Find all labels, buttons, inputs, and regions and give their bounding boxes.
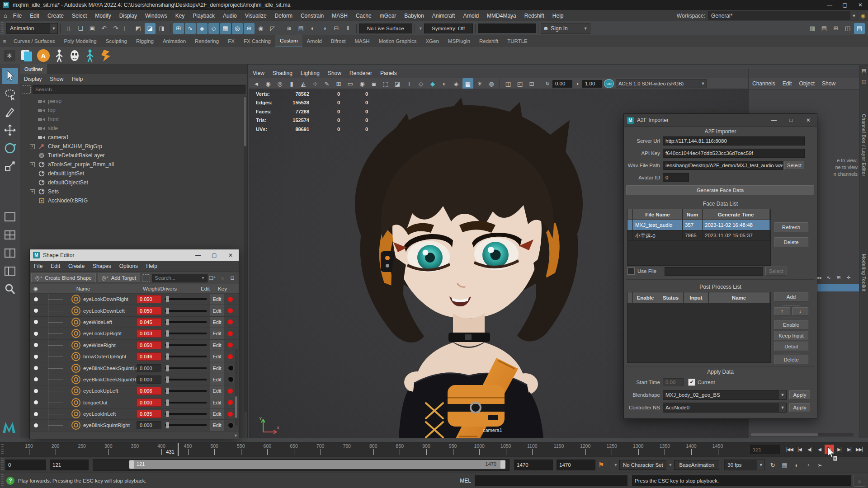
menu-constrain[interactable]: Constrain <box>297 13 328 19</box>
menu-display[interactable]: Display <box>115 13 141 19</box>
outliner-item-side[interactable]: side <box>20 124 247 133</box>
weight-value-field[interactable]: 0.046 <box>137 352 161 361</box>
viewport-menu-view[interactable]: View <box>249 70 269 76</box>
next-keyframe-button[interactable]: ▶| <box>844 445 854 454</box>
edit-toggle[interactable]: Edit <box>210 420 224 431</box>
hud-text-icon[interactable]: T <box>404 78 415 89</box>
outliner-item-accnode0-brig[interactable]: AccNode0:BRIG <box>20 196 247 205</box>
current-time-field[interactable]: 121 <box>750 445 780 454</box>
weight-value-field[interactable]: 0.006 <box>137 387 161 395</box>
outliner-scrollbar[interactable] <box>244 96 247 412</box>
snap-point-icon[interactable]: ◈ <box>197 23 208 34</box>
weight-value-field[interactable]: 0.050 <box>137 295 161 303</box>
anim-layer-field[interactable]: BaseAnimation <box>674 460 719 470</box>
add-target-button[interactable]: ◎⁺ Add Target <box>98 273 141 283</box>
timeline-playhead[interactable] <box>178 443 179 456</box>
menu-playback[interactable]: Playback <box>189 13 219 19</box>
post-detail-button[interactable]: Detail <box>774 342 808 351</box>
menu-arnold[interactable]: Arnold <box>459 13 483 19</box>
key-dot[interactable] <box>228 319 233 324</box>
gate-mask-icon[interactable]: ◙ <box>368 78 379 89</box>
image-plane-icon[interactable]: ◭ <box>298 78 309 89</box>
shape-target-row[interactable]: tongueOut0.000Edit <box>30 397 239 408</box>
shape-editor-scrollbar[interactable] <box>235 349 238 426</box>
shape-target-row[interactable]: eyeBlinkCheekSquintLe0.000Edit <box>30 362 239 374</box>
edit-toggle[interactable]: Edit <box>210 328 224 339</box>
new-scene-icon[interactable]: ▯ <box>63 23 74 34</box>
window-close-button[interactable]: ✕ <box>853 0 868 10</box>
play-backwards-button[interactable]: ◀ <box>815 445 824 454</box>
shelf-tab-rendering[interactable]: Rendering <box>190 35 223 47</box>
open-scene-icon[interactable]: ❏ <box>75 23 86 34</box>
layout-single-pane[interactable] <box>2 209 18 225</box>
layout-outliner-persp[interactable] <box>2 263 18 279</box>
edit-toggle[interactable]: Edit <box>210 397 224 408</box>
shelf-tab-msplugin[interactable]: MSPlugin <box>443 35 475 47</box>
shelf-item-pages[interactable] <box>20 49 33 62</box>
menu-cache[interactable]: Cache <box>352 13 376 19</box>
shape-target-row[interactable]: eyeWideLeft0.045Edit <box>30 317 239 328</box>
playback-start-field[interactable]: 121 <box>50 460 89 470</box>
layout-two-pane[interactable] <box>2 245 18 261</box>
create-blend-shape-button[interactable]: ◎⁺ Create Blend Shape <box>31 273 96 283</box>
sidebar-tab-modeling-toolkit[interactable]: Modeling Toolkit <box>861 254 867 291</box>
chevron-down-icon[interactable]: ▼ <box>234 433 238 438</box>
grid-icon[interactable]: ⊞ <box>830 23 841 34</box>
key-dot[interactable] <box>228 297 233 302</box>
key-dot[interactable] <box>228 308 233 313</box>
outliner-item-top[interactable]: top <box>20 106 247 115</box>
mel-command-input[interactable] <box>475 475 627 486</box>
time-config-icon[interactable]: ◔ <box>802 460 813 470</box>
outliner-item-persp[interactable]: persp <box>20 97 247 106</box>
outliner-menu-show[interactable]: Show <box>46 76 67 82</box>
shelf-item-facemask[interactable] <box>69 49 80 62</box>
workspace-dropdown[interactable]: General* ▼ <box>708 11 858 20</box>
menu-help[interactable]: Help <box>548 13 568 19</box>
expand-icon[interactable]: + <box>30 189 35 194</box>
pause-icon[interactable]: ‖ <box>343 23 354 34</box>
edit-toggle[interactable]: Edit <box>210 362 224 373</box>
window-close-button[interactable]: ✕ <box>800 114 817 127</box>
viewport-menu-panels[interactable]: Panels <box>376 70 401 76</box>
workspace-lock-icon[interactable]: ◉ <box>858 13 868 19</box>
paint-select-tool[interactable] <box>2 104 18 120</box>
render-settings-icon[interactable]: ⊟ <box>331 23 342 34</box>
weight-slider[interactable] <box>165 402 207 404</box>
edit-toggle[interactable]: Edit <box>210 305 224 316</box>
color-management-toggle[interactable]: ON <box>604 79 614 88</box>
2d-pan-zoom-icon[interactable]: ⊹ <box>310 78 321 89</box>
weight-value-field[interactable]: 0.050 <box>137 307 161 315</box>
api-key-field[interactable]: f640cc1044ec47ddb523cc36d7cec59f <box>663 149 805 158</box>
shape-editor-menu-file[interactable]: File <box>30 263 47 269</box>
gamma-field[interactable]: 1.00 <box>582 80 602 88</box>
bookmark-icon[interactable]: ▮ <box>286 78 297 89</box>
panel-dock-icon[interactable]: ▤ <box>859 66 868 75</box>
channel-menu-object[interactable]: Object <box>795 80 818 87</box>
channel-menu-edit[interactable]: Edit <box>779 80 796 87</box>
menu-mgear[interactable]: mGear <box>376 13 401 19</box>
weight-value-field[interactable]: 0.003 <box>137 329 161 338</box>
refresh-button[interactable]: Refresh <box>774 222 808 232</box>
channel-hscrollbar[interactable] <box>750 433 854 436</box>
shape-target-row[interactable]: eyeBlinkCheekSquintRi0.000Edit <box>30 374 239 385</box>
visibility-dot[interactable] <box>30 309 42 313</box>
use-file-select-button[interactable]: Select <box>765 267 787 276</box>
weight-value-field[interactable]: 0.000 <box>137 421 161 429</box>
avatar-id-field[interactable]: 0 <box>663 173 689 182</box>
window-maximize-button[interactable]: □ <box>783 114 800 127</box>
shelf-menu-icon[interactable]: ≡ <box>0 38 9 44</box>
chevron-down-icon[interactable]: ▼ <box>613 463 618 467</box>
channel-menu-show[interactable]: Show <box>818 80 839 87</box>
menu-babylon[interactable]: Babylon <box>400 13 428 19</box>
weight-slider[interactable] <box>165 333 207 334</box>
rotate-tool[interactable] <box>2 140 18 156</box>
menu-animcraft[interactable]: Animcraft <box>428 13 459 19</box>
isolate-select-icon[interactable]: ◫ <box>503 78 514 89</box>
window-minimize-button[interactable]: — <box>822 0 837 10</box>
redo-icon[interactable]: ↷ <box>110 23 121 34</box>
window-maximize-button[interactable]: ▢ <box>837 0 853 10</box>
exposure-field[interactable]: 0.00 <box>552 80 572 88</box>
shaded-icon[interactable]: ◆ <box>427 78 438 89</box>
face-data-row[interactable]: MXJ_test_audio3572023-11-02 16:48:48 <box>627 220 770 230</box>
animation-end-field[interactable]: 1470 <box>557 460 595 470</box>
